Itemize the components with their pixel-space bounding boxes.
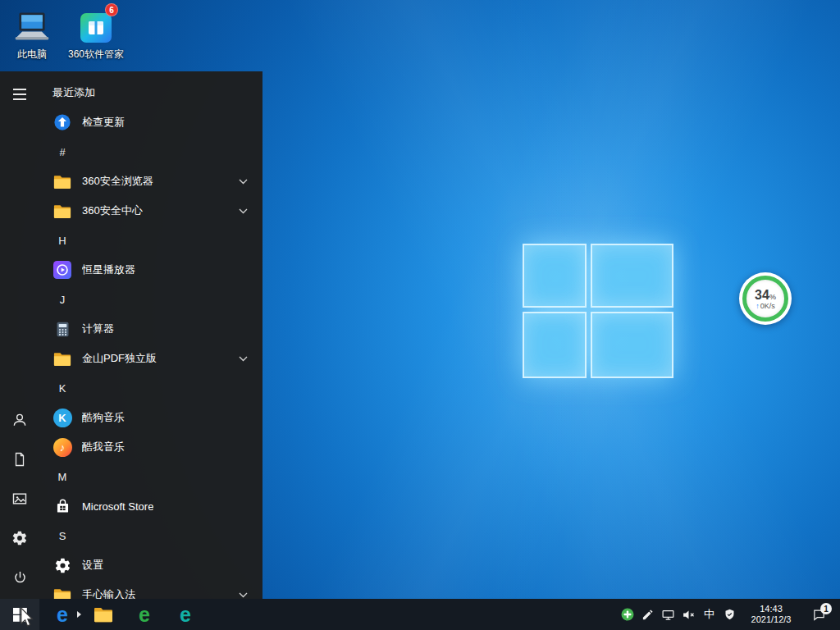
update-icon (52, 112, 72, 132)
start-menu-app-list: 最近添加 检查更新 # 360安全浏览器 360安 (39, 71, 262, 599)
folder-icon (94, 606, 113, 623)
tray-defender-button[interactable] (719, 599, 740, 630)
start-button[interactable] (0, 599, 39, 630)
start-menu-item-microsoft-store[interactable]: Microsoft Store (39, 491, 262, 521)
taskbar-jumplist-arrow-icon (77, 611, 81, 618)
taskbar: e e e 中 14:43 2021/12/3 (0, 599, 840, 630)
power-icon (12, 570, 28, 586)
speed-ball-ring: 34% ↑0K/s (742, 276, 788, 322)
network-icon (661, 608, 675, 622)
start-menu-rail (0, 71, 39, 599)
power-button[interactable] (0, 558, 39, 597)
desktop-icon-label: 360软件管家 (68, 48, 124, 60)
kuwo-music-icon: ♪ (52, 437, 72, 457)
folder-icon (52, 585, 72, 599)
start-menu-item-label: 计算器 (82, 322, 114, 336)
microsoft-store-icon (52, 496, 72, 516)
settings-button[interactable] (0, 518, 39, 558)
section-letter: K (52, 382, 72, 395)
chevron-down-icon (239, 592, 248, 598)
tray-360-safe-button[interactable] (617, 599, 637, 630)
start-menu-item-label: 手心输入法 (82, 587, 135, 599)
user-icon (11, 412, 28, 428)
system-tray: 中 14:43 2021/12/3 1 (617, 599, 840, 630)
document-icon (12, 451, 27, 468)
start-menu-item-label: Microsoft Store (82, 500, 153, 513)
media-player-icon (52, 260, 72, 280)
start-menu-item-settings[interactable]: 设置 (39, 550, 262, 580)
taskbar-clock[interactable]: 14:43 2021/12/3 (740, 599, 802, 630)
tray-ime-button[interactable]: 中 (699, 599, 719, 630)
start-menu-section-m[interactable]: M (39, 462, 262, 491)
start-menu-item-label: 酷我音乐 (82, 440, 125, 454)
folder-icon (52, 171, 72, 191)
start-menu-item-label: 酷狗音乐 (82, 410, 125, 425)
start-menu-item-shouxin-ime[interactable]: 手心输入法 (39, 580, 262, 599)
action-center-button[interactable]: 1 (802, 599, 835, 630)
windows-logo-pane (591, 312, 673, 378)
desktop-icon-this-pc[interactable]: 此电脑 (0, 8, 64, 60)
ime-indicator: 中 (704, 607, 714, 622)
pen-icon (641, 609, 654, 621)
start-menu-expand-button[interactable] (0, 75, 39, 114)
chevron-down-icon (239, 179, 248, 185)
notification-badge: 6 (105, 3, 118, 16)
start-menu-section-hash[interactable]: # (39, 137, 262, 167)
windows-logo-pane (523, 312, 587, 378)
taskbar-360-browser-button[interactable]: e (124, 599, 165, 630)
start-menu-item-360-security-center[interactable]: 360安全中心 (39, 196, 262, 226)
pictures-button[interactable] (0, 479, 39, 518)
clock-time: 14:43 (760, 604, 783, 614)
start-menu-item-label: 360安全浏览器 (82, 174, 153, 189)
start-menu-item-kingsoft-pdf[interactable]: 金山PDF独立版 (39, 344, 262, 373)
memory-usage: 34% (755, 288, 776, 303)
360-software-manager-icon: 6 (77, 8, 115, 46)
tray-network-button[interactable] (658, 599, 678, 630)
hamburger-icon (13, 89, 26, 100)
start-menu: 最近添加 检查更新 # 360安全浏览器 360安 (0, 71, 262, 599)
taskbar-file-explorer-button[interactable] (83, 599, 124, 630)
tray-pen-button[interactable] (637, 599, 658, 630)
windows-logo (523, 244, 673, 378)
folder-icon (52, 201, 72, 221)
windows-start-icon (13, 608, 27, 622)
upload-arrow-icon: ↑ (756, 302, 760, 310)
pictures-icon (11, 491, 28, 507)
network-speed: ↑0K/s (756, 302, 775, 310)
desktop-icon-label: 此电脑 (17, 48, 47, 60)
this-pc-icon (13, 8, 51, 46)
kugou-music-icon: K (52, 408, 72, 427)
section-letter: S (52, 530, 72, 542)
windows-logo-pane (591, 244, 673, 308)
start-menu-item-kuwo-music[interactable]: ♪ 酷我音乐 (39, 432, 262, 462)
start-menu-item-label: 检查更新 (82, 115, 125, 130)
chevron-down-icon (239, 208, 248, 214)
start-menu-item-label: 360安全中心 (82, 203, 143, 218)
volume-muted-icon (682, 608, 696, 622)
calculator-icon (52, 319, 72, 339)
browser-icon: e (180, 605, 191, 625)
shield-icon (724, 608, 736, 621)
start-menu-item-check-updates[interactable]: 检查更新 (39, 107, 262, 137)
start-menu-item-label: 设置 (82, 558, 103, 573)
start-menu-item-kugou-music[interactable]: K 酷狗音乐 (39, 403, 262, 432)
folder-icon (52, 349, 72, 368)
desktop-icon-360-software-manager[interactable]: 6 360软件管家 (64, 8, 128, 60)
taskbar-browser-button[interactable]: e (165, 599, 206, 630)
section-letter: J (52, 294, 72, 306)
360-browser-icon: e (139, 605, 150, 625)
start-menu-section-s[interactable]: S (39, 521, 262, 550)
start-menu-section-h[interactable]: H (39, 226, 262, 255)
start-menu-item-360-browser[interactable]: 360安全浏览器 (39, 167, 262, 196)
tray-volume-button[interactable] (678, 599, 699, 630)
360-speed-ball[interactable]: 34% ↑0K/s (739, 272, 792, 325)
start-menu-item-hengxing-player[interactable]: 恒星播放器 (39, 255, 262, 285)
clock-date: 2021/12/3 (751, 614, 792, 625)
section-letter: M (52, 471, 72, 483)
start-menu-section-j[interactable]: J (39, 285, 262, 314)
start-menu-item-calculator[interactable]: 计算器 (39, 314, 262, 344)
edge-icon: e (57, 605, 68, 625)
start-menu-section-k[interactable]: K (39, 373, 262, 403)
documents-button[interactable] (0, 440, 39, 479)
user-account-button[interactable] (0, 400, 39, 440)
